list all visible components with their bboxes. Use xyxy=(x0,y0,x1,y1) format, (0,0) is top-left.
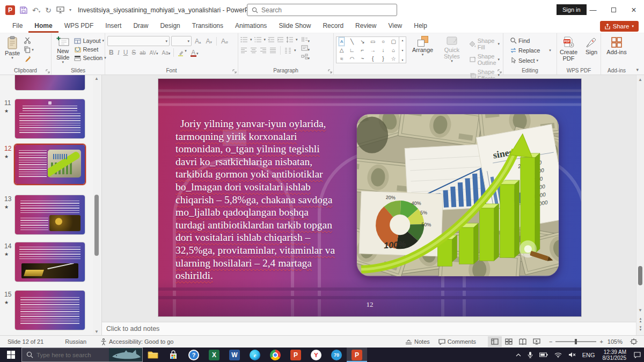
increase-indent-icon[interactable] xyxy=(277,36,284,43)
strikethrough-button[interactable]: S xyxy=(130,49,137,56)
share-button[interactable]: Share ▾ xyxy=(600,21,639,32)
align-center-icon[interactable] xyxy=(250,47,257,54)
next-slide-button[interactable]: ▼▼ xyxy=(636,326,644,331)
format-painter-button[interactable] xyxy=(24,55,34,62)
thumbnail-scroll-up-icon[interactable]: ▲ xyxy=(93,76,100,81)
chrome-icon[interactable] xyxy=(265,348,286,362)
justify-icon[interactable] xyxy=(269,47,276,54)
font-color-button[interactable]: A▾ xyxy=(189,49,200,57)
font-name-combo[interactable]: ▾ xyxy=(107,36,170,46)
italic-button[interactable]: I xyxy=(116,49,121,57)
underline-button[interactable]: U xyxy=(122,49,130,56)
taskbar-search-box[interactable] xyxy=(21,348,143,362)
tab-file[interactable]: File xyxy=(6,20,28,33)
numbering-icon[interactable] xyxy=(254,36,262,43)
slide-indicator[interactable]: Slide 12 of 21 xyxy=(3,338,48,345)
language-indicator[interactable]: Russian xyxy=(61,338,91,345)
scroll-down-icon[interactable]: ▼ xyxy=(636,308,644,313)
zoom-level[interactable]: 105% xyxy=(603,338,627,345)
volume-muted-icon[interactable] xyxy=(565,348,579,362)
rounded-rectangle-shape-icon[interactable]: ▢ xyxy=(391,38,396,46)
right-brace-shape-icon[interactable]: } xyxy=(382,55,384,63)
money-chart-photo[interactable]: siness 2,000,000 1,000 xyxy=(357,114,559,276)
oval-shape-icon[interactable]: ○ xyxy=(382,38,385,46)
copy-button[interactable]: ▾ xyxy=(24,46,34,53)
thumbnail-scroll-thumb[interactable] xyxy=(94,195,99,256)
character-spacing-button[interactable]: AV▾ xyxy=(148,50,159,56)
add-ins-button[interactable]: Add-ins xyxy=(604,35,629,56)
shapes-gallery-scroll[interactable]: ▴▾▾ xyxy=(399,36,406,63)
align-left-icon[interactable] xyxy=(240,47,247,54)
down-arrow-shape-icon[interactable]: ↓ xyxy=(382,46,384,54)
tab-view[interactable]: View xyxy=(382,20,408,33)
file-explorer-icon[interactable] xyxy=(143,348,163,362)
clear-formatting-icon[interactable]: A⌀ xyxy=(219,38,230,45)
edge-icon[interactable]: e xyxy=(245,348,265,362)
right-arrow-shape-icon[interactable]: → xyxy=(370,46,376,54)
search-input[interactable] xyxy=(261,6,379,14)
bullets-icon[interactable] xyxy=(240,36,248,43)
tab-help[interactable]: Help xyxy=(408,20,433,33)
zoom-slider[interactable] xyxy=(555,341,596,342)
microphone-icon[interactable] xyxy=(524,348,536,362)
tab-wps-pdf[interactable]: WPS PDF xyxy=(58,20,100,33)
editor-scrollbar[interactable]: ▲ ▼ ▲▲ ▼▼ xyxy=(636,75,644,335)
align-text-button[interactable]: ▾ xyxy=(301,45,310,52)
tab-record[interactable]: Record xyxy=(317,20,349,33)
slide-editor-area[interactable]: Joriy yilning yanvar-iyun oylarida, tarm… xyxy=(102,75,644,322)
text-direction-button[interactable]: ▾ xyxy=(301,36,310,43)
tab-slide-show[interactable]: Slide Show xyxy=(273,20,317,33)
tray-chevron-up-icon[interactable] xyxy=(513,348,524,362)
accessibility-indicator[interactable]: Accessibility: Good to go xyxy=(96,338,178,345)
customize-qat-icon[interactable]: ▾ xyxy=(69,8,71,12)
new-slide-button[interactable]: New Slide ▾ xyxy=(54,35,72,65)
thumbnail-slide-10[interactable] xyxy=(15,75,85,90)
sign-in-button[interactable]: Sign in xyxy=(557,4,587,15)
create-pdf-button[interactable]: PDF Create PDF xyxy=(557,35,580,63)
redo-icon[interactable]: ↻ xyxy=(45,6,52,14)
decrease-indent-icon[interactable] xyxy=(268,36,275,43)
thumbnail-slide-15[interactable] xyxy=(15,291,85,330)
thumbnail-slide-12[interactable] xyxy=(15,145,85,184)
app-badge-70-icon[interactable]: 70 xyxy=(326,348,347,362)
tab-home[interactable]: Home xyxy=(28,20,58,33)
search-box[interactable] xyxy=(247,4,397,16)
slide-canvas[interactable]: Joriy yilning yanvar-iyun oylarida, tarm… xyxy=(158,79,581,316)
home-plate-shape-icon[interactable]: ⌂ xyxy=(392,46,395,54)
powerpoint-active-icon[interactable]: P xyxy=(347,348,367,362)
start-slideshow-icon[interactable] xyxy=(56,6,64,13)
star-shape-icon[interactable]: ☆ xyxy=(391,55,396,63)
save-icon[interactable] xyxy=(20,6,27,14)
increase-font-icon[interactable]: A▴ xyxy=(193,38,203,45)
replace-button[interactable]: Replace▾ xyxy=(509,47,554,54)
undo-icon[interactable]: ↶▾ xyxy=(32,6,40,14)
line-shape-icon[interactable]: ╲ xyxy=(350,38,354,46)
collapse-ribbon-icon[interactable]: ▾ xyxy=(636,67,639,72)
subscript-button[interactable]: ab xyxy=(138,50,147,56)
cut-button[interactable] xyxy=(24,37,34,44)
microsoft-store-icon[interactable] xyxy=(163,348,184,362)
sign-button[interactable]: Sign xyxy=(582,35,601,56)
arrow-shape-icon[interactable]: ↘ xyxy=(360,38,364,46)
get-help-icon[interactable]: ? xyxy=(184,348,204,362)
shape-outline-button[interactable]: Shape Outline▾ xyxy=(468,53,501,67)
powerpoint-pinned-icon[interactable]: P xyxy=(286,348,306,362)
excel-icon[interactable]: X xyxy=(204,348,224,362)
notes-placeholder[interactable]: Click to add notes xyxy=(106,325,159,333)
triangle-shape-icon[interactable]: △ xyxy=(340,46,344,54)
bold-button[interactable]: B xyxy=(107,49,115,56)
change-case-button[interactable]: Aa▾ xyxy=(160,50,172,56)
action-center-icon[interactable] xyxy=(631,348,644,362)
shape-fill-button[interactable]: Shape Fill▾ xyxy=(468,37,501,51)
elbow-connector-shape-icon[interactable]: ∟ xyxy=(349,46,355,54)
quick-styles-button[interactable]: Quick Styles ▾ xyxy=(439,35,465,64)
elbow-arrow-shape-icon[interactable]: ⌐ xyxy=(361,46,364,54)
section-button[interactable]: Section▾ xyxy=(73,54,107,62)
paste-button[interactable]: Paste ▾ xyxy=(2,35,23,61)
text-highlight-button[interactable]: ▾ xyxy=(175,49,188,56)
tab-review[interactable]: Review xyxy=(349,20,382,33)
left-brace-shape-icon[interactable]: { xyxy=(372,55,374,63)
scroll-thumb[interactable] xyxy=(638,266,642,285)
paragraph-dialog-launcher-icon[interactable] xyxy=(328,69,332,73)
tab-transitions[interactable]: Transitions xyxy=(186,20,229,33)
